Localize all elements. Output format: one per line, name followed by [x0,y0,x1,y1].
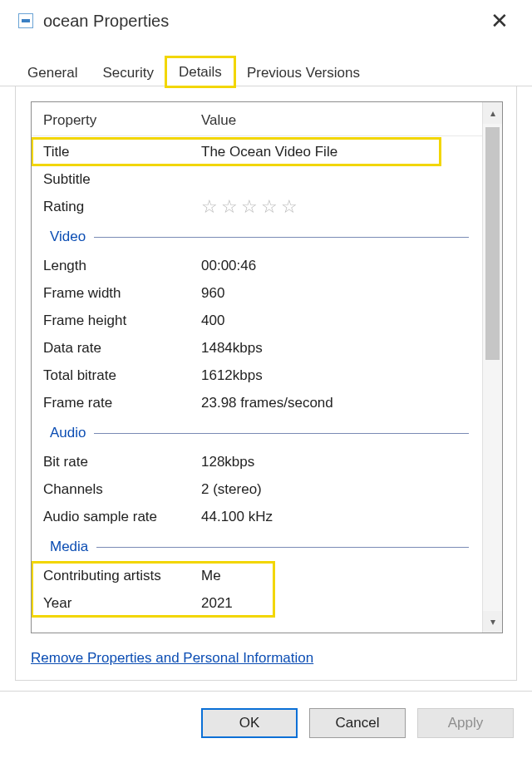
row-data-rate[interactable]: Data rate 1484kbps [32,334,482,362]
tab-strip: General Security Details Previous Versio… [0,52,532,86]
column-headers: Property Value [32,109,482,136]
rating-stars-icon[interactable]: ☆☆☆☆☆ [201,196,482,218]
window-title: ocean Properties [43,12,169,31]
column-property: Property [43,112,201,129]
row-frame-rate[interactable]: Frame rate 23.98 frames/second [32,389,482,416]
column-value: Value [201,112,482,129]
file-icon [18,13,33,28]
scroll-down-icon[interactable]: ▾ [483,611,502,633]
tab-details[interactable]: Details [166,57,234,86]
button-row: OK Cancel Apply [0,691,532,750]
vertical-scrollbar[interactable]: ▴ ▾ [482,102,502,633]
row-rating[interactable]: Rating ☆☆☆☆☆ [32,193,482,220]
remove-properties-link[interactable]: Remove Properties and Personal Informati… [31,650,503,667]
row-contributing-artists[interactable]: Contributing artists Me [32,562,274,589]
cancel-button[interactable]: Cancel [309,708,406,738]
tab-previous-versions[interactable]: Previous Versions [234,58,372,86]
apply-button[interactable]: Apply [417,708,514,738]
row-year[interactable]: Year 2021 [32,589,274,617]
row-subtitle[interactable]: Subtitle [32,165,482,193]
tab-general[interactable]: General [15,58,90,86]
row-title[interactable]: Title The Ocean Video File [32,138,441,165]
row-length[interactable]: Length 00:00:46 [32,252,482,279]
ok-button[interactable]: OK [201,708,298,738]
row-total-bitrate[interactable]: Total bitrate 1612kbps [32,362,482,389]
tab-security[interactable]: Security [90,58,165,86]
section-media: Media [32,535,482,559]
row-bit-rate[interactable]: Bit rate 128kbps [32,448,482,475]
scroll-up-icon[interactable]: ▴ [483,102,502,124]
close-icon[interactable]: ✕ [485,10,514,32]
row-channels[interactable]: Channels 2 (stereo) [32,475,482,503]
row-frame-height[interactable]: Frame height 400 [32,307,482,334]
section-video: Video [32,225,482,249]
section-audio: Audio [32,421,482,445]
titlebar: ocean Properties ✕ [0,0,532,37]
property-list: Property Value Title The Ocean Video Fil… [31,101,503,633]
tab-panel: Property Value Title The Ocean Video Fil… [15,86,517,681]
scroll-thumb[interactable] [485,127,500,360]
row-audio-sample-rate[interactable]: Audio sample rate 44.100 kHz [32,503,482,530]
row-frame-width[interactable]: Frame width 960 [32,279,482,307]
highlight-media-block: Contributing artists Me Year 2021 [32,562,274,617]
